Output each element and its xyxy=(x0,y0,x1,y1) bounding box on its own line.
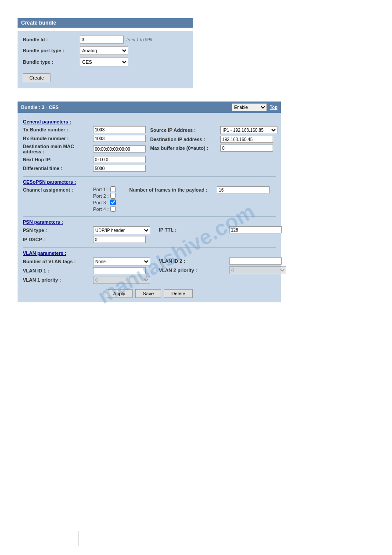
bundle-port-type-label: Bundle port type : xyxy=(23,48,80,53)
bundle-id-label: Bundle Id : xyxy=(23,37,80,42)
dest-mac-label: Destination main MAC address : xyxy=(23,144,93,154)
tx-bundle-input[interactable] xyxy=(93,126,146,133)
diff-time-label: Differential time : xyxy=(23,166,93,171)
num-frames-label: Number of frames in the payload : xyxy=(129,187,217,192)
top-link[interactable]: Top xyxy=(270,105,277,110)
detail-body: General parameters : Tx Bundle number : … xyxy=(18,113,281,302)
vlan-id1-row: VLAN ID 1 : xyxy=(23,267,150,274)
max-buffer-input[interactable] xyxy=(220,145,273,152)
ip-ttl-label: IP TTL : xyxy=(159,227,229,232)
dest-ip-row: Destination IP address : xyxy=(150,136,277,143)
vlan1-priority-label: VLAN 1 priority : xyxy=(23,277,93,283)
create-button[interactable]: Create xyxy=(23,73,50,82)
bundle-detail-title: Bundle : 3 - CES xyxy=(21,105,59,110)
bundle-type-label: Bundle type : xyxy=(23,59,80,65)
num-vlan-label: Number of VLAN tags : xyxy=(23,259,93,264)
max-buffer-label: Max buffer size (0=auto) : xyxy=(150,145,220,151)
bundle-detail-header: Bundle : 3 - CES Enable Disable Top xyxy=(18,102,281,113)
create-bundle-title: Create bundle xyxy=(21,20,56,26)
divider-3 xyxy=(23,247,276,248)
action-buttons: Apply Save Delete xyxy=(23,289,276,298)
source-ip-select[interactable]: IP1 - 192.168.160.85 IP2 xyxy=(220,126,277,134)
port-2-label: Port 2 : xyxy=(93,193,108,199)
vlan-params-title: VLAN parameters : xyxy=(23,250,276,256)
next-hop-label: Next Hop IP: xyxy=(23,157,93,162)
num-frames-input[interactable] xyxy=(217,186,270,193)
port-3-row: Port 3 : xyxy=(93,200,116,205)
dest-ip-input[interactable] xyxy=(220,136,273,143)
num-vlan-row: Number of VLAN tags : None 1 2 xyxy=(23,258,150,265)
port-2-checkbox[interactable] xyxy=(110,193,116,199)
bundle-detail-section: Bundle : 3 - CES Enable Disable Top Gene… xyxy=(18,102,281,302)
next-hop-row: Next Hop IP: xyxy=(23,156,146,163)
general-params-grid: Tx Bundle number : Rx Bundle number : De… xyxy=(23,126,276,174)
vlan-id2-input[interactable] xyxy=(229,258,282,265)
bundle-id-input[interactable] xyxy=(80,36,124,44)
divider-1 xyxy=(23,176,276,177)
create-bundle-section: Create bundle Bundle Id : from 1 to 999 … xyxy=(18,18,193,88)
diff-time-row: Differential time : xyxy=(23,165,146,172)
bundle-type-row: Bundle type : CES TDM Other xyxy=(23,58,188,66)
bundle-id-row: Bundle Id : from 1 to 999 xyxy=(23,36,188,44)
ip-ttl-input[interactable] xyxy=(229,226,282,233)
vlan-id1-input[interactable] xyxy=(93,267,146,274)
vlan-id1-label: VLAN ID 1 : xyxy=(23,268,93,273)
port-1-label: Port 1 : xyxy=(93,187,108,192)
num-vlan-select[interactable]: None 1 2 xyxy=(93,258,150,265)
bundle-id-hint: from 1 to 999 xyxy=(126,37,152,42)
psn-type-select[interactable]: UDP/IP header MPLS xyxy=(93,226,150,234)
port-4-row: Port 4 : xyxy=(93,206,116,212)
psn-type-label: PSN type : xyxy=(23,228,93,233)
delete-button[interactable]: Delete xyxy=(164,289,193,298)
enable-select[interactable]: Enable Disable xyxy=(232,103,267,111)
tx-bundle-row: Tx Bundle number : xyxy=(23,126,146,133)
ip-dscp-row: IP DSCP : xyxy=(23,236,150,243)
psn-params-title: PSN parameters : xyxy=(23,219,276,225)
dest-mac-row: Destination main MAC address : xyxy=(23,144,146,154)
divider-2 xyxy=(23,216,276,217)
create-bundle-header: Create bundle xyxy=(18,18,193,28)
port-1-checkbox[interactable] xyxy=(110,186,116,192)
top-divider xyxy=(9,9,383,9)
dest-mac-input[interactable] xyxy=(93,145,146,152)
channel-assignment-label: Channel assignment : xyxy=(23,187,93,192)
bundle-type-select[interactable]: CES TDM Other xyxy=(80,58,128,66)
vlan-id2-row: VLAN ID 2 : xyxy=(159,258,286,265)
vlan2-priority-label: VLAN 2 priority : xyxy=(159,268,229,273)
port-3-label: Port 3 : xyxy=(93,200,108,205)
dest-ip-label: Destination IP address : xyxy=(150,137,220,142)
port-1-row: Port 1 : xyxy=(93,186,116,192)
port-4-checkbox[interactable] xyxy=(110,206,116,212)
psn-params-area: PSN type : UDP/IP header MPLS IP DSCP : … xyxy=(23,226,276,245)
source-ip-row: Source IP Address : IP1 - 192.168.160.85… xyxy=(150,126,277,134)
header-right: Enable Disable Top xyxy=(232,103,277,111)
vlan-id2-label: VLAN ID 2 : xyxy=(159,258,229,264)
bundle-port-type-select[interactable]: Analog Digital xyxy=(80,46,128,55)
channel-assignment-area: Channel assignment : Port 1 : Port 2 : P… xyxy=(23,186,116,212)
vlan2-priority-select[interactable]: 0 xyxy=(229,266,286,274)
ip-dscp-input[interactable] xyxy=(93,236,146,243)
port-3-checkbox[interactable] xyxy=(110,200,116,205)
ip-dscp-label: IP DSCP : xyxy=(23,237,93,242)
port-4-label: Port 4 : xyxy=(93,207,108,212)
port-list: Port 1 : Port 2 : Port 3 : Port 4 : xyxy=(93,186,116,212)
port-2-row: Port 2 : xyxy=(93,193,116,199)
diff-time-input[interactable] xyxy=(93,165,146,172)
save-button[interactable]: Save xyxy=(135,289,161,298)
source-ip-label: Source IP Address : xyxy=(150,127,220,133)
apply-button[interactable]: Apply xyxy=(106,289,133,298)
vlan1-priority-select[interactable]: 0 xyxy=(93,276,150,284)
next-hop-input[interactable] xyxy=(93,156,146,163)
rx-bundle-input[interactable] xyxy=(93,135,146,142)
rx-bundle-row: Rx Bundle number : xyxy=(23,135,146,142)
vlan-params-area: Number of VLAN tags : None 1 2 VLAN ID 1… xyxy=(23,258,276,286)
psn-type-row: PSN type : UDP/IP header MPLS xyxy=(23,226,150,234)
general-params-title: General parameters : xyxy=(23,119,276,124)
bundle-port-type-row: Bundle port type : Analog Digital xyxy=(23,46,188,55)
ip-ttl-row: IP TTL : xyxy=(159,226,282,233)
create-bundle-form: Bundle Id : from 1 to 999 Bundle port ty… xyxy=(18,31,193,88)
rx-bundle-label: Rx Bundle number : xyxy=(23,136,93,141)
num-frames-area: Number of frames in the payload : xyxy=(129,186,270,193)
tx-bundle-label: Tx Bundle number : xyxy=(23,127,93,132)
cesopsn-params-title: CESoPSN parameters : xyxy=(23,179,276,185)
